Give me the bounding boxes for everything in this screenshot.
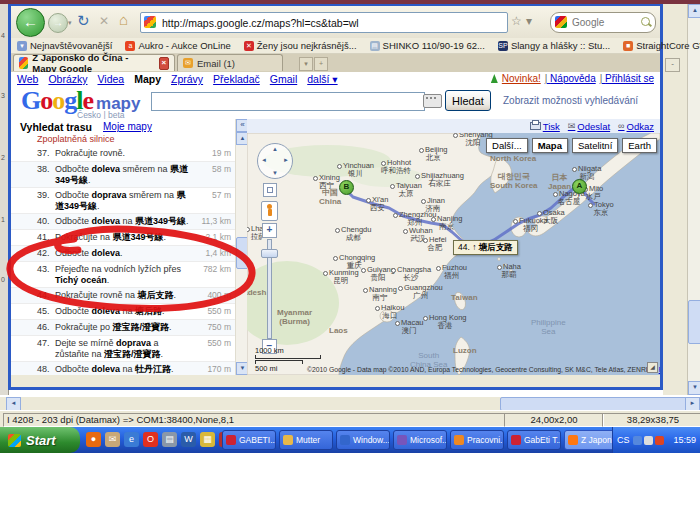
direction-step[interactable]: 37. 19 m Pokračujte rovně. bbox=[11, 146, 235, 162]
map-canvas[interactable]: Shenyang沈阳 Beijing北京 North Korea 대한민국Sou… bbox=[247, 133, 660, 375]
quick-launch-icon[interactable]: ● bbox=[86, 432, 101, 447]
my-maps-link[interactable]: Moje mapy bbox=[103, 121, 152, 132]
terms-link[interactable]: Podmínky použití bbox=[659, 366, 660, 373]
direction-step[interactable]: 48. 170 m Odbočte doleva na 牡丹江路. bbox=[11, 362, 235, 375]
close-icon[interactable]: × bbox=[159, 57, 169, 70]
history-dropdown-icon[interactable]: ▾ bbox=[68, 19, 72, 27]
bookmark-item[interactable]: ▤ SHINKO 110/90-19 62... bbox=[370, 40, 485, 51]
gmaps-search-input[interactable] bbox=[151, 92, 425, 111]
search-button[interactable]: Hledat bbox=[445, 90, 491, 111]
search-icon[interactable] bbox=[641, 17, 650, 26]
marker-b[interactable]: B bbox=[339, 180, 354, 195]
bookmark-item[interactable]: ✕ Ženy jsou nejkrásnějš... bbox=[244, 40, 357, 51]
bookmark-dropdown-icon[interactable]: ▾ bbox=[526, 14, 532, 28]
zoom-slider-thumb[interactable] bbox=[261, 249, 278, 258]
bookmark-star-icon[interactable]: ☆ bbox=[511, 14, 522, 28]
search-options-link[interactable]: Zobrazit možnosti vyhledávání bbox=[503, 95, 638, 106]
direction-step[interactable]: 45. 550 m Odbočte doleva na 塘后路. bbox=[11, 304, 235, 320]
pan-right-icon[interactable]: ► bbox=[283, 157, 289, 163]
scroll-up-icon[interactable]: ▲ bbox=[688, 4, 700, 18]
new-tab-icon[interactable]: + bbox=[314, 57, 328, 71]
google-nav-link[interactable]: Web bbox=[17, 73, 38, 85]
google-nav-link[interactable]: Mapy bbox=[134, 73, 161, 85]
home-icon[interactable]: ⌂ bbox=[119, 11, 128, 28]
tray-icon[interactable] bbox=[655, 436, 664, 445]
task-button[interactable]: Window... bbox=[336, 430, 390, 450]
browser-search-input[interactable] bbox=[570, 14, 638, 31]
scroll-right-icon[interactable]: ► bbox=[685, 397, 700, 411]
background-vertical-scrollbar[interactable]: ▲ ▼ bbox=[687, 4, 700, 395]
google-account-link[interactable]: Novinka! bbox=[502, 73, 541, 84]
google-account-link[interactable]: Přihlásit se bbox=[600, 73, 654, 84]
send-link[interactable]: ✉Odeslat bbox=[568, 121, 610, 132]
google-nav-link[interactable]: Gmail bbox=[270, 73, 297, 85]
pan-down-icon[interactable]: ▼ bbox=[272, 170, 278, 176]
quick-launch-icon[interactable]: ✉ bbox=[105, 432, 120, 447]
map-type-button[interactable]: Mapa bbox=[532, 138, 568, 153]
quick-launch-icon[interactable]: ▤ bbox=[162, 432, 177, 447]
google-nav-link[interactable]: Videa bbox=[98, 73, 125, 85]
direction-step[interactable]: 42. 1,4 km Odbočte doleva. bbox=[11, 246, 235, 262]
google-nav-link[interactable]: Zprávy bbox=[171, 73, 203, 85]
direction-step[interactable]: 44. 400 m Pokračujte rovně na 塘后支路. bbox=[11, 288, 235, 304]
pan-left-icon[interactable]: ◄ bbox=[261, 157, 267, 163]
print-link[interactable]: Tisk bbox=[530, 121, 560, 132]
google-account-link[interactable]: Nápověda bbox=[545, 73, 596, 84]
task-button[interactable]: GABETI... bbox=[222, 430, 276, 450]
google-nav-link[interactable]: další ▾ bbox=[307, 73, 337, 85]
quick-launch-icon[interactable]: O bbox=[143, 432, 158, 447]
task-button[interactable]: Z Japon... bbox=[564, 430, 618, 450]
google-nav-link[interactable]: Obrázky bbox=[48, 73, 87, 85]
scroll-down-icon[interactable]: ▼ bbox=[688, 381, 700, 395]
vertical-scroll-thumb[interactable] bbox=[688, 300, 700, 344]
marker-a[interactable]: A bbox=[572, 179, 587, 194]
browser-search-box[interactable] bbox=[550, 12, 656, 33]
pan-up-icon[interactable]: ▲ bbox=[272, 146, 278, 152]
map-type-button[interactable]: Další... bbox=[486, 138, 528, 153]
task-button[interactable]: Pracovni... bbox=[450, 430, 504, 450]
location-bar[interactable] bbox=[140, 12, 508, 33]
map-type-button[interactable]: Satelitní bbox=[572, 138, 618, 153]
google-nav-link[interactable]: Překladač bbox=[213, 73, 260, 85]
map-resize-grip-icon[interactable]: ◢ bbox=[647, 362, 658, 373]
background-app-button[interactable]: - bbox=[665, 58, 680, 72]
forward-icon[interactable]: → bbox=[48, 13, 68, 33]
tab-email[interactable]: ✉ Email (1) bbox=[177, 54, 283, 71]
task-button[interactable]: Microsof... bbox=[393, 430, 447, 450]
direction-step[interactable]: 47. 550 m Dejte se mírně doprava a zůsta… bbox=[11, 336, 235, 362]
direction-step[interactable]: 46. 750 m Pokračujte po 澄宝路/澄寶路. bbox=[11, 320, 235, 336]
list-tabs-icon[interactable]: ▾ bbox=[299, 57, 313, 71]
keyboard-icon[interactable] bbox=[423, 94, 442, 108]
direction-step[interactable]: 40. 11,3 km Odbočte doleva na 県道349号線. bbox=[11, 214, 235, 230]
reload-icon[interactable]: ↻ bbox=[77, 12, 90, 30]
direction-step[interactable]: 43. 782 km Přejeďte na vodních lyžích př… bbox=[11, 262, 235, 288]
bookmark-item[interactable]: a Aukro - Aukce OnLine bbox=[125, 40, 230, 51]
task-button[interactable]: Mutter bbox=[279, 430, 333, 450]
tray-icon[interactable] bbox=[644, 436, 653, 445]
bookmark-item[interactable]: ■ StraightCore GWP217... bbox=[623, 40, 700, 51]
quick-launch-icon[interactable]: e bbox=[124, 432, 139, 447]
map-pan-control[interactable]: ▲ ▼ ◄ ► bbox=[257, 143, 293, 179]
direction-step[interactable]: 41. 2,1 km Pokračujte na 県道349号線. bbox=[11, 230, 235, 246]
back-icon[interactable]: ← bbox=[16, 8, 45, 37]
url-input[interactable] bbox=[160, 13, 504, 32]
direction-step[interactable]: 39. 57 m Odbočte doprava směrem na 県道349… bbox=[11, 188, 235, 214]
task-button[interactable]: GabEti T... bbox=[507, 430, 561, 450]
bookmark-item[interactable]: ▾ Nejnavštěvovanější bbox=[17, 40, 112, 51]
direction-step[interactable]: 38. 58 m Odbočte doleva směrem na 県道349号… bbox=[11, 162, 235, 188]
map-reset-button[interactable] bbox=[263, 183, 277, 197]
quick-launch-icon[interactable]: ▦ bbox=[200, 432, 215, 447]
stop-icon[interactable]: ✕ bbox=[99, 14, 109, 28]
tray-icon[interactable] bbox=[633, 436, 642, 445]
tab-maps[interactable]: Z Japonsko do Čína - Mapy Google × bbox=[13, 54, 175, 71]
horizontal-scroll-thumb[interactable] bbox=[500, 397, 688, 411]
start-button[interactable]: Start bbox=[0, 427, 80, 453]
link-link[interactable]: ∞Odkaz bbox=[618, 121, 654, 132]
background-horizontal-scrollbar[interactable]: ◄ ► bbox=[0, 396, 700, 410]
language-indicator[interactable]: CS bbox=[617, 435, 630, 445]
bookmark-item[interactable]: SP Slangy a hlášky :: Stu... bbox=[498, 40, 610, 51]
zoom-in-icon[interactable]: + bbox=[262, 223, 277, 238]
scroll-left-icon[interactable]: ◄ bbox=[6, 397, 21, 411]
quick-launch-icon[interactable]: W bbox=[181, 432, 196, 447]
streetview-pegman-button[interactable] bbox=[261, 201, 278, 221]
